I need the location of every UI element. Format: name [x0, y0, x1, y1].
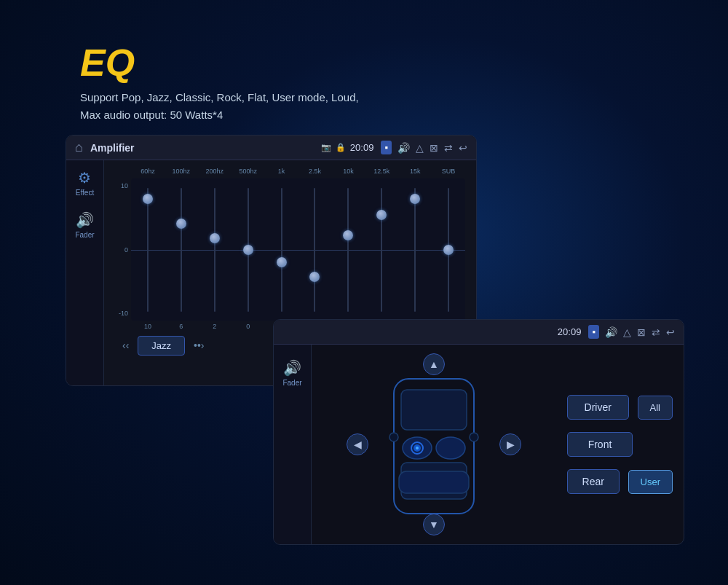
fader-header-icons: ▪ 🔊 △ ⊠ ⇄ ↩: [588, 325, 675, 339]
fader-back-icon[interactable]: ↩: [666, 326, 675, 338]
fader-sidebar-item[interactable]: 🔊 Fader: [282, 359, 301, 387]
car-diagram-area: ▲ ▼ ◀ ▶: [312, 345, 556, 544]
freq-15k: 15k: [398, 168, 432, 175]
fader-sidebar-label: Fader: [282, 379, 301, 387]
slider-thumb-3[interactable]: [243, 245, 253, 255]
car-up-button[interactable]: ▲: [423, 353, 445, 375]
slider-track-9[interactable]: [448, 188, 449, 312]
slider-thumb-7[interactable]: [376, 210, 387, 220]
fader-camera-icon[interactable]: ▪: [588, 325, 599, 339]
prev-mode-button[interactable]: ‹‹: [122, 339, 129, 351]
sidebar-item-effect[interactable]: ⚙ Effect: [76, 169, 94, 197]
fader-swap-icon[interactable]: ⇄: [652, 326, 660, 338]
car-illustration: [376, 357, 492, 532]
freq-labels: 60hz 100hz 200hz 500hz 1k 2.5k 10k 12.5k…: [131, 168, 465, 175]
slider-track-1[interactable]: [181, 188, 182, 312]
slider-track-0[interactable]: [147, 188, 149, 312]
slider-track-5[interactable]: [314, 188, 315, 312]
fader-screen-header: 20:09 ▪ 🔊 △ ⊠ ⇄ ↩: [274, 320, 684, 345]
slider-thumb-2[interactable]: [210, 233, 220, 243]
slider-col-4[interactable]: [265, 178, 298, 321]
swap-icon[interactable]: ⇄: [444, 142, 453, 154]
eq-screen-header: ⌂ Amplifier 📷 🔒 20:09 ▪ 🔊 △ ⊠ ⇄ ↩: [66, 136, 476, 160]
val-3: 0: [232, 323, 265, 330]
sliders-container: [131, 178, 465, 321]
svg-rect-8: [399, 471, 469, 493]
fader-sidebar-icon: 🔊: [283, 359, 301, 377]
slider-thumb-5[interactable]: [309, 272, 320, 282]
slider-thumb-4[interactable]: [277, 257, 287, 267]
freq-500hz: 500hz: [232, 168, 265, 175]
freq-12-5k: 12.5k: [365, 168, 398, 175]
user-preset-button[interactable]: User: [628, 470, 673, 494]
slider-col-6[interactable]: [331, 178, 365, 321]
slider-track-8[interactable]: [414, 188, 416, 312]
car-left-button[interactable]: ◀: [347, 433, 368, 455]
effect-icon: ⚙: [78, 169, 91, 187]
sidebar-item-fader[interactable]: 🔊 Fader: [75, 211, 94, 239]
slider-col-1[interactable]: [165, 178, 198, 321]
slider-thumb-1[interactable]: [176, 219, 186, 229]
freq-200hz: 200hz: [198, 168, 232, 175]
val-2: 2: [198, 323, 232, 330]
slider-thumb-9[interactable]: [443, 245, 454, 255]
eject-icon[interactable]: △: [416, 142, 424, 154]
fader-close-icon[interactable]: ⊠: [637, 326, 646, 338]
all-preset-button[interactable]: All: [638, 396, 673, 420]
fader-screen: 20:09 ▪ 🔊 △ ⊠ ⇄ ↩ 🔊 Fader ▲ ▼ ◀: [273, 319, 684, 545]
freq-sub: SUB: [432, 168, 465, 175]
eq-sidebar: ⚙ Effect 🔊 Fader: [66, 160, 104, 385]
slider-col-3[interactable]: [232, 178, 265, 321]
fader-label: Fader: [75, 231, 94, 239]
slider-col-9[interactable]: [432, 178, 465, 321]
val-0: 10: [131, 323, 165, 330]
fader-controls: Driver All Front Rear User: [556, 345, 684, 544]
camera-icon[interactable]: ▪: [381, 141, 392, 154]
effect-label: Effect: [76, 189, 94, 197]
car-svg: ▲ ▼ ◀ ▶: [376, 357, 492, 532]
slider-track-6[interactable]: [347, 188, 349, 312]
fader-icon: 🔊: [76, 211, 94, 229]
slider-col-8[interactable]: [398, 178, 432, 321]
slider-track-3[interactable]: [248, 188, 249, 312]
eq-section: EQ Support Pop, Jazz, Classic, Rock, Fla…: [80, 44, 359, 124]
eq-header-icons: ▪ 🔊 △ ⊠ ⇄ ↩: [381, 141, 467, 154]
volume-icon[interactable]: 🔊: [397, 142, 410, 154]
slider-track-2[interactable]: [214, 188, 215, 312]
home-icon[interactable]: ⌂: [75, 140, 83, 155]
svg-point-7: [416, 447, 419, 449]
slider-track-4[interactable]: [281, 188, 282, 312]
freq-2-5k: 2.5k: [298, 168, 332, 175]
mode-button[interactable]: Jazz: [138, 336, 185, 356]
eq-sliders-area: 10 0 -10: [115, 178, 465, 321]
db-scale: 10 0 -10: [115, 178, 131, 321]
next-mode-button[interactable]: ••›: [194, 339, 204, 351]
slider-thumb-0[interactable]: [143, 194, 153, 204]
slider-col-0[interactable]: [131, 178, 165, 321]
back-icon[interactable]: ↩: [459, 142, 467, 154]
rear-button[interactable]: Rear: [567, 469, 620, 494]
slider-col-2[interactable]: [198, 178, 232, 321]
svg-point-9: [389, 433, 398, 441]
eq-title: EQ: [80, 44, 359, 82]
slider-track-7[interactable]: [381, 188, 382, 312]
eq-screen-time: 20:09: [350, 142, 374, 153]
svg-rect-1: [401, 390, 467, 430]
fader-screen-time: 20:09: [558, 326, 582, 337]
fader-content: 🔊 Fader ▲ ▼ ◀ ▶: [274, 345, 684, 544]
car-right-button[interactable]: ▶: [499, 433, 521, 455]
freq-10k: 10k: [331, 168, 365, 175]
front-button[interactable]: Front: [567, 432, 633, 457]
val-1: 6: [165, 323, 198, 330]
fader-eject-icon[interactable]: △: [623, 326, 631, 338]
eq-subtitle: Support Pop, Jazz, Classic, Rock, Flat, …: [80, 89, 359, 124]
driver-button[interactable]: Driver: [567, 395, 629, 420]
fader-volume-icon[interactable]: 🔊: [605, 326, 617, 338]
slider-col-7[interactable]: [365, 178, 398, 321]
car-down-button[interactable]: ▼: [423, 514, 445, 535]
slider-thumb-6[interactable]: [343, 230, 353, 240]
close-icon[interactable]: ⊠: [430, 142, 438, 154]
slider-col-5[interactable]: [298, 178, 332, 321]
slider-thumb-8[interactable]: [410, 194, 420, 204]
eq-screen-title: Amplifier: [90, 142, 321, 154]
